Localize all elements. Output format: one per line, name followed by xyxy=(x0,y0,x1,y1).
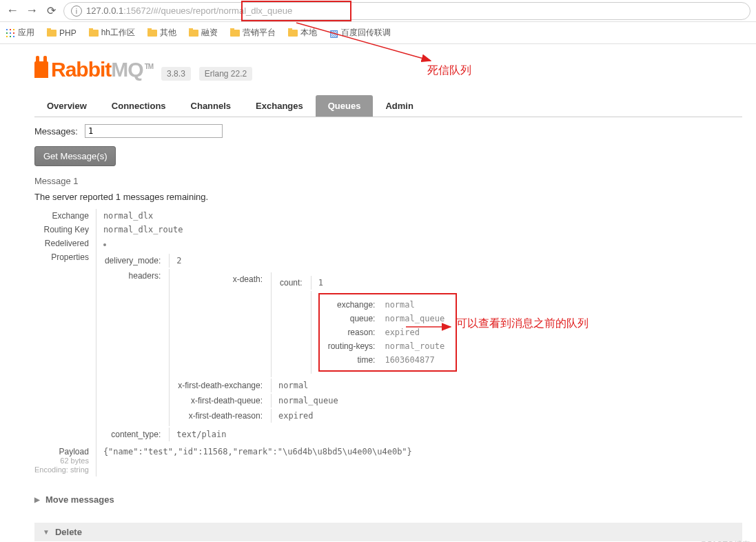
move-messages-section[interactable]: ▶ Move messages xyxy=(34,490,742,509)
xd-time-k: time: xyxy=(324,354,380,366)
chevron-down-icon: ▼ xyxy=(43,528,50,536)
properties-label: Properties xyxy=(34,250,96,445)
redelivered-label: Redelivered xyxy=(34,237,96,250)
logo-tm: TM xyxy=(145,63,153,70)
remaining-count: 1 xyxy=(116,192,121,202)
version-badge: 3.8.3 xyxy=(161,67,191,81)
logo-text-mq: MQ xyxy=(111,58,143,81)
annotation-top-text: 死信队列 xyxy=(427,63,471,78)
count-v: 1 xyxy=(311,276,457,290)
url-port: :15672 xyxy=(123,6,151,16)
routing-key-label: Routing Key xyxy=(34,223,96,237)
forward-icon[interactable]: → xyxy=(25,3,39,18)
delete-section[interactable]: ▼ Delete xyxy=(34,523,742,541)
exchange-value: normal_dlx xyxy=(96,209,461,223)
move-messages-label: Move messages xyxy=(45,494,114,505)
rabbitmq-logo: RabbitMQTM xyxy=(34,58,153,81)
xd-rk-v: normal_route xyxy=(380,340,449,352)
remaining-post: messages remaining. xyxy=(121,192,208,202)
site-info-icon[interactable]: i xyxy=(71,6,82,17)
bookmark-label: PHP xyxy=(59,28,76,38)
get-messages-button[interactable]: Get Message(s) xyxy=(34,146,116,166)
bookmark-item[interactable]: 其他 xyxy=(147,27,176,39)
xfde-k: x-first-death-exchange: xyxy=(178,379,269,392)
bullet-icon xyxy=(103,243,106,246)
routing-key-value: normal_dlx_route xyxy=(96,223,461,237)
content-type-v: text/plain xyxy=(169,428,460,441)
delete-label: Delete xyxy=(55,527,82,537)
xd-exchange-k: exchange: xyxy=(324,299,380,311)
bookmark-label: 融资 xyxy=(201,27,218,39)
url-host: 127.0.0.1 xyxy=(86,6,123,16)
tab-exchanges[interactable]: Exchanges xyxy=(243,95,316,117)
message-heading: Message 1 xyxy=(34,176,742,186)
bookmark-item[interactable]: 融资 xyxy=(189,27,218,39)
tab-bar: Overview Connections Channels Exchanges … xyxy=(34,95,742,117)
bookmark-label: 其他 xyxy=(160,27,176,39)
payload-label: Payload 62 bytes Encoding: string xyxy=(34,445,96,476)
chevron-right-icon: ▶ xyxy=(34,496,40,503)
payload-encoding: Encoding: string xyxy=(34,465,89,474)
remaining-pre: The server reported xyxy=(34,192,116,202)
annotation-mid-text: 可以查看到消息之前的队列 xyxy=(456,317,589,331)
back-icon[interactable]: ← xyxy=(6,3,19,18)
bunny-icon xyxy=(34,61,48,78)
delivery-mode-k: delivery_mode: xyxy=(105,254,167,268)
folder-icon xyxy=(147,30,157,37)
bookmark-label: hh工作区 xyxy=(101,27,135,39)
redelivered-value xyxy=(96,237,461,250)
apps-icon xyxy=(6,28,15,38)
xfdr-k: x-first-death-reason: xyxy=(178,409,269,423)
xfdr-v: expired xyxy=(271,409,458,423)
xfde-v: normal xyxy=(271,379,458,392)
xfdq-v: normal_queue xyxy=(271,394,458,408)
tab-queues[interactable]: Queues xyxy=(316,95,374,117)
tab-admin[interactable]: Admin xyxy=(373,95,425,117)
exchange-label: Exchange xyxy=(34,209,96,223)
xdeath-k: x-death: xyxy=(178,272,269,377)
url-path-prefix: /#/queues/report/ xyxy=(151,6,218,16)
payload-bytes: 62 bytes xyxy=(34,456,89,465)
watermark: @51CTO博客 xyxy=(699,539,750,542)
tab-channels[interactable]: Channels xyxy=(178,95,244,117)
xd-time-v: 1603604877 xyxy=(380,354,449,366)
messages-row: Messages: xyxy=(34,124,742,138)
payload-label-text: Payload xyxy=(34,447,89,456)
tab-connections[interactable]: Connections xyxy=(99,95,178,117)
content-type-k: content_type: xyxy=(105,428,167,441)
headers-k: headers: xyxy=(105,269,167,426)
count-k: count: xyxy=(280,276,309,290)
logo-text-rabbit: Rabbit xyxy=(51,58,111,81)
payload-body: {"name":"test","id":11568,"remark":"\u6d… xyxy=(96,445,461,476)
xd-queue-k: queue: xyxy=(324,312,380,325)
properties-value: delivery_mode: 2 headers: x-death: xyxy=(96,250,461,445)
folder-icon xyxy=(47,30,57,37)
xd-rk-k: routing-keys: xyxy=(324,340,380,352)
xfdq-k: x-first-death-queue: xyxy=(178,394,269,408)
xd-reason-k: reason: xyxy=(324,326,380,339)
svg-line-1 xyxy=(296,23,431,61)
apps-label: 应用 xyxy=(18,27,34,39)
message-table: Exchange normal_dlx Routing Key normal_d… xyxy=(34,209,461,476)
xd-exchange-v: normal xyxy=(380,299,449,311)
bookmark-item[interactable]: PHP xyxy=(47,28,76,38)
apps-button[interactable]: 应用 xyxy=(6,27,34,39)
messages-input[interactable] xyxy=(85,124,223,138)
bookmark-item[interactable]: hh工作区 xyxy=(89,27,135,39)
tab-overview[interactable]: Overview xyxy=(34,95,99,117)
delivery-mode-v: 2 xyxy=(169,254,460,268)
reload-icon[interactable]: ⟳ xyxy=(44,4,58,17)
messages-label: Messages: xyxy=(34,126,78,137)
page-content: 死信队列 RabbitMQTM 3.8.3 Erlang 22.2 Overvi… xyxy=(0,44,756,542)
folder-icon xyxy=(89,30,99,37)
remaining-text: The server reported 1 messages remaining… xyxy=(34,192,742,202)
folder-icon xyxy=(189,30,198,37)
